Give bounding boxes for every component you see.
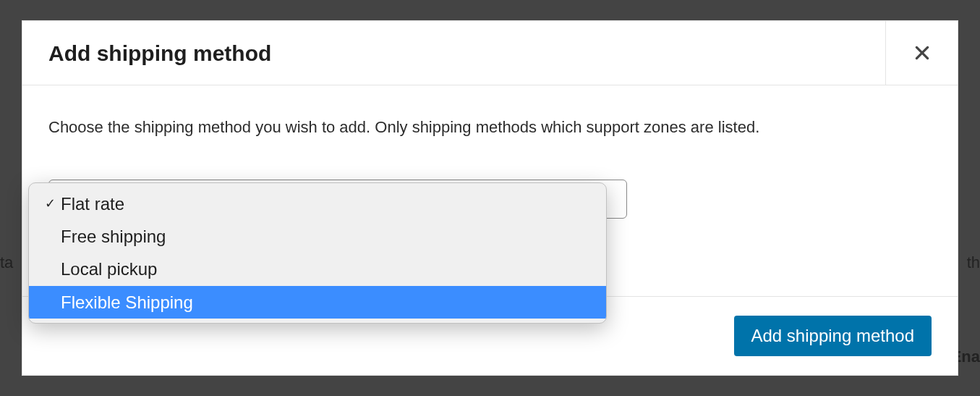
close-button[interactable]	[885, 21, 958, 85]
dropdown-option-flat-rate[interactable]: ✓ Flat rate	[29, 188, 606, 220]
instruction-text: Choose the shipping method you wish to a…	[48, 118, 932, 137]
modal-title: Add shipping method	[22, 21, 885, 85]
dropdown-option-local-pickup[interactable]: Local pickup	[29, 253, 606, 285]
close-icon	[913, 43, 932, 62]
modal-body: Choose the shipping method you wish to a…	[22, 85, 958, 296]
dropdown-option-free-shipping[interactable]: Free shipping	[29, 220, 606, 253]
shipping-method-dropdown: ✓ Flat rate Free shipping Local pickup F…	[28, 182, 607, 324]
dropdown-option-label: Local pickup	[61, 256, 157, 282]
check-icon: ✓	[39, 194, 61, 214]
dropdown-option-flexible-shipping[interactable]: Flexible Shipping	[29, 286, 606, 319]
dropdown-option-label: Free shipping	[61, 223, 166, 250]
modal-header: Add shipping method	[22, 21, 958, 85]
dropdown-option-label: Flexible Shipping	[61, 289, 193, 316]
dropdown-option-label: Flat rate	[61, 190, 124, 217]
background-text-left: ta	[0, 253, 13, 272]
add-shipping-method-button[interactable]: Add shipping method	[734, 316, 932, 356]
add-shipping-method-modal: Add shipping method Choose the shipping …	[22, 20, 958, 376]
background-text-right-1: th	[967, 253, 980, 272]
